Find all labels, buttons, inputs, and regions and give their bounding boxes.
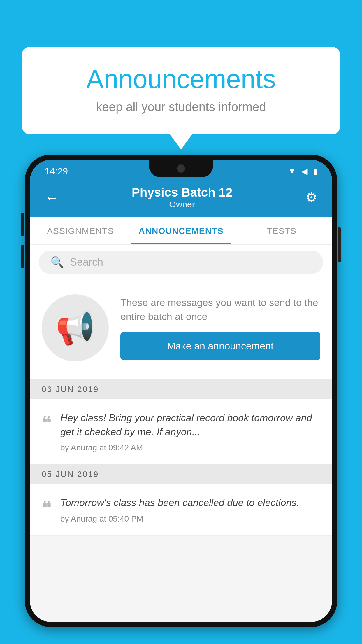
settings-icon[interactable]: ⚙	[305, 190, 317, 205]
search-placeholder: Search	[70, 256, 103, 268]
signal-icon: ◀	[301, 167, 308, 176]
announcement-meta-2: by Anurag at 05:40 PM	[60, 514, 320, 524]
megaphone-icon: 📢	[55, 309, 95, 347]
volume-up-button	[21, 213, 24, 236]
promo-icon-circle: 📢	[42, 294, 109, 361]
app-header: ← Physics Batch 12 Owner ⚙	[30, 180, 332, 217]
announcement-text-2: Tomorrow's class has been cancelled due …	[60, 496, 320, 510]
status-icons: ▼ ◀ ▮	[288, 167, 317, 176]
quote-icon-1: ❝	[42, 411, 52, 433]
phone-mockup: 14:29 ▼ ◀ ▮ ← Physics Batch 12 Owner ⚙	[25, 155, 337, 644]
announcement-item-1: ❝ Hey class! Bring your practical record…	[30, 399, 332, 464]
tab-tests[interactable]: TESTS	[231, 217, 332, 244]
announcement-content-2: Tomorrow's class has been cancelled due …	[60, 496, 320, 524]
announcement-item-2: ❝ Tomorrow's class has been cancelled du…	[30, 484, 332, 536]
promo-content: These are messages you want to send to t…	[120, 296, 320, 360]
volume-down-button	[21, 245, 24, 268]
announcement-text-1: Hey class! Bring your practical record b…	[60, 411, 320, 439]
date-separator-1: 06 JUN 2019	[30, 379, 332, 399]
header-title-group: Physics Batch 12 Owner	[132, 186, 233, 209]
tabs-bar: ASSIGNMENTS ANNOUNCEMENTS TESTS	[30, 217, 332, 245]
battery-icon: ▮	[313, 167, 317, 176]
phone-screen: 14:29 ▼ ◀ ▮ ← Physics Batch 12 Owner ⚙	[30, 160, 332, 622]
tab-assignments[interactable]: ASSIGNMENTS	[30, 217, 131, 244]
front-camera	[177, 164, 185, 173]
tab-announcements[interactable]: ANNOUNCEMENTS	[131, 217, 231, 244]
announcement-meta-1: by Anurag at 09:42 AM	[60, 443, 320, 452]
date-separator-2: 05 JUN 2019	[30, 464, 332, 484]
content-area: 🔍 Search 📢 These are messages you want t…	[30, 245, 332, 622]
speech-bubble: Announcements keep all your students inf…	[22, 47, 340, 134]
announcement-content-1: Hey class! Bring your practical record b…	[60, 411, 320, 452]
search-container: 🔍 Search	[30, 245, 332, 280]
bubble-title: Announcements	[45, 64, 317, 94]
phone-outer: 14:29 ▼ ◀ ▮ ← Physics Batch 12 Owner ⚙	[25, 155, 337, 627]
make-announcement-button[interactable]: Make an announcement	[120, 332, 320, 360]
back-button[interactable]: ←	[45, 190, 59, 206]
status-time: 14:29	[45, 166, 68, 177]
quote-icon-2: ❝	[42, 496, 52, 517]
bubble-subtitle: keep all your students informed	[45, 100, 317, 114]
promo-section: 📢 These are messages you want to send to…	[30, 280, 332, 379]
search-icon: 🔍	[50, 256, 64, 269]
power-button	[338, 228, 341, 262]
speech-bubble-section: Announcements keep all your students inf…	[22, 47, 340, 134]
search-bar[interactable]: 🔍 Search	[39, 251, 323, 274]
wifi-icon: ▼	[288, 167, 296, 176]
batch-title: Physics Batch 12	[132, 186, 233, 200]
role-label: Owner	[132, 200, 233, 209]
phone-notch	[149, 160, 213, 177]
promo-description: These are messages you want to send to t…	[120, 296, 320, 323]
